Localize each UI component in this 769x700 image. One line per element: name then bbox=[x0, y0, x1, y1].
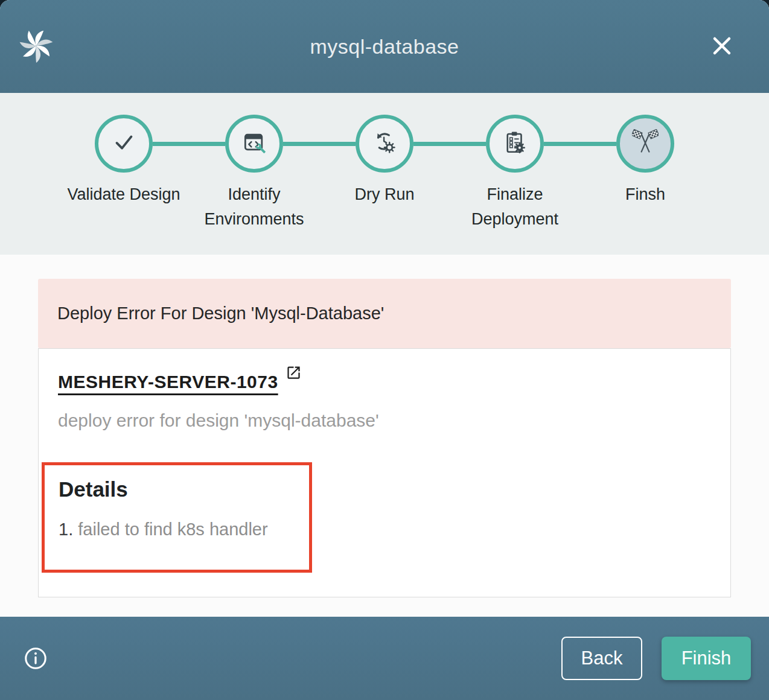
info-icon bbox=[23, 664, 48, 673]
alert-title: Deploy Error For Design 'Mysql-Database' bbox=[57, 304, 384, 323]
back-button[interactable]: Back bbox=[561, 637, 642, 680]
deploy-error-alert: Deploy Error For Design 'Mysql-Database' bbox=[38, 279, 731, 348]
dialog-title: mysql-database bbox=[0, 0, 769, 93]
step-label-finish: Finsh bbox=[580, 182, 710, 232]
error-details-highlight-box: Details failed to find k8s handler bbox=[42, 462, 312, 573]
error-description: deploy error for design 'mysql-database' bbox=[58, 410, 711, 431]
stepper-circles bbox=[95, 115, 674, 173]
details-list: failed to find k8s handler bbox=[59, 520, 309, 539]
step-finish[interactable] bbox=[616, 115, 674, 173]
step-label-validate-design: Validate Design bbox=[59, 182, 189, 232]
stepper-labels: Validate Design Identify Environments Dr… bbox=[59, 182, 710, 232]
step-dry-run[interactable] bbox=[356, 115, 413, 173]
step-label-identify-environments: Identify Environments bbox=[189, 182, 319, 232]
check-icon bbox=[110, 129, 138, 159]
deployment-stepper: Validate Design Identify Environments Dr… bbox=[0, 93, 769, 255]
stepper-connector bbox=[544, 142, 616, 146]
close-button[interactable] bbox=[709, 33, 735, 59]
code-wrench-icon bbox=[241, 129, 267, 158]
dialog-footer: Back Finish bbox=[0, 617, 769, 700]
step-label-dry-run: Dry Run bbox=[319, 182, 450, 232]
close-icon bbox=[710, 51, 734, 60]
step-validate-design[interactable] bbox=[95, 115, 153, 173]
deployment-dialog: mysql-database bbox=[0, 0, 769, 700]
step-identify-environments[interactable] bbox=[225, 115, 283, 173]
finish-button[interactable]: Finish bbox=[662, 637, 751, 680]
step-label-finalize-deployment: Finalize Deployment bbox=[450, 182, 580, 232]
error-content-panel: MESHERY-SERVER-1073 deploy error for des… bbox=[38, 348, 731, 597]
error-code-link[interactable]: MESHERY-SERVER-1073 bbox=[58, 372, 278, 392]
external-link-icon[interactable] bbox=[286, 364, 302, 383]
clipboard-gear-icon bbox=[502, 130, 528, 158]
stepper-connector bbox=[153, 142, 225, 146]
details-item: failed to find k8s handler bbox=[59, 520, 309, 539]
dialog-header: mysql-database bbox=[0, 0, 769, 93]
stepper-connector bbox=[413, 142, 486, 146]
stepper-connector bbox=[283, 142, 356, 146]
sync-gear-icon bbox=[371, 129, 398, 158]
details-title: Details bbox=[59, 477, 309, 501]
dialog-body: Deploy Error For Design 'Mysql-Database'… bbox=[0, 255, 769, 617]
info-button[interactable] bbox=[23, 646, 48, 671]
meshery-logo-icon bbox=[18, 28, 54, 64]
checkered-flags-icon bbox=[632, 129, 659, 158]
step-finalize-deployment[interactable] bbox=[486, 115, 544, 173]
